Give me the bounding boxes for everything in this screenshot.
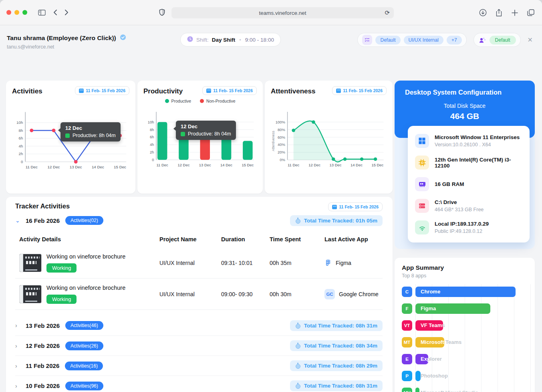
app-summary-card: App Summary Top 8 apps CChromeChromeFFig… bbox=[395, 258, 535, 392]
app-usage-row[interactable]: EExplorerExplorer bbox=[402, 354, 532, 364]
svg-text:Attentiveness: Attentiveness bbox=[271, 131, 275, 151]
tracker-group-12feb[interactable]: › 12 Feb 2026 Activities(26) Total Time … bbox=[15, 335, 383, 356]
close-panel-icon[interactable]: ✕ bbox=[528, 37, 533, 43]
tracker-group-10feb[interactable]: › 10 Feb 2026 Activities(96) Total Time … bbox=[15, 376, 383, 392]
config-item-os: Microsoft Window 11 Enterprises Version:… bbox=[415, 134, 522, 148]
app-usage-row[interactable]: FFigmaFigma bbox=[402, 303, 532, 314]
activity-thumbnail[interactable] bbox=[19, 285, 42, 303]
chevron-right-icon[interactable]: › bbox=[15, 322, 20, 329]
page-header: Tanu shrama (Employee (Zero Click)) tanu… bbox=[0, 30, 542, 53]
app-usage-bar: Chrome bbox=[415, 287, 516, 297]
col-time-spent: Time Spent bbox=[270, 236, 324, 242]
close-window-button[interactable] bbox=[6, 10, 11, 15]
clock-icon bbox=[187, 36, 193, 44]
windows-icon bbox=[415, 134, 429, 148]
project-badge-default[interactable]: Default bbox=[375, 36, 400, 44]
activities-count-badge[interactable]: Activities(16) bbox=[65, 362, 103, 370]
projects-pill[interactable]: Default UI/UX Internal +7 bbox=[357, 33, 466, 47]
svg-text:13 Dec: 13 Dec bbox=[70, 165, 82, 169]
svg-text:15 Dec: 15 Dec bbox=[114, 165, 126, 169]
svg-text:8h: 8h bbox=[18, 128, 23, 133]
activity-row[interactable]: Working on vineforce brochure Working UI… bbox=[15, 247, 383, 279]
productivity-title: Productivity bbox=[143, 86, 183, 95]
disk-space-label: Total Disk Space bbox=[405, 103, 524, 109]
app-usage-row[interactable]: MVMicrosoft Visual StudioMicrosoft Visua… bbox=[402, 388, 532, 392]
share-icon[interactable] bbox=[493, 7, 504, 18]
project-badge-uiux[interactable]: UI/UX Internal bbox=[404, 36, 443, 44]
shift-time: 9:00 - 18:00 bbox=[245, 37, 274, 43]
time-spent: 00h 30m bbox=[270, 291, 324, 297]
activities-count-badge[interactable]: Activities(46) bbox=[65, 321, 103, 330]
col-project-name: Project Name bbox=[159, 236, 221, 242]
tracker-group-16feb[interactable]: ⌄ 16 Feb 2026 Activities(02) Total Time … bbox=[15, 211, 383, 230]
team-badge-default[interactable]: Default bbox=[490, 36, 516, 44]
attentiveness-title: Attentiveness bbox=[271, 86, 315, 95]
verified-badge-icon bbox=[120, 34, 126, 42]
reload-icon[interactable]: ⟳ bbox=[385, 9, 390, 16]
app-summary-title: App Summary bbox=[402, 264, 532, 271]
svg-text:0: 0 bbox=[21, 160, 23, 164]
disk-space-value: 464 GB bbox=[405, 111, 524, 121]
app-usage-bar: Photoshop bbox=[415, 371, 421, 381]
stopwatch-icon bbox=[295, 363, 301, 369]
app-abbr-chip: E bbox=[402, 354, 412, 364]
tab-overview-icon[interactable] bbox=[525, 7, 536, 18]
back-icon[interactable] bbox=[50, 7, 61, 18]
checklist-icon bbox=[362, 35, 372, 45]
app-usage-row[interactable]: PPhotoshopPhotoshop bbox=[402, 371, 532, 381]
window-controls bbox=[6, 10, 27, 15]
productivity-date-range[interactable]: 11 Feb- 15 Feb 2026 bbox=[202, 86, 257, 95]
nonproductive-legend-dot bbox=[200, 99, 204, 103]
team-pill[interactable]: Default bbox=[473, 33, 521, 47]
zoom-window-button[interactable] bbox=[22, 10, 27, 15]
project-name: UI/UX Internal bbox=[159, 260, 221, 266]
tracker-group-11feb[interactable]: › 11 Feb 2026 Activities(16) Total Time … bbox=[15, 356, 383, 376]
svg-text:6h: 6h bbox=[150, 135, 154, 139]
sidebar-toggle-icon[interactable] bbox=[36, 7, 47, 18]
time-spent: 00h 35m bbox=[270, 260, 324, 266]
svg-text:4h: 4h bbox=[18, 144, 23, 148]
stopwatch-icon bbox=[295, 343, 301, 349]
new-tab-icon[interactable] bbox=[509, 7, 520, 18]
svg-text:12 Dec: 12 Dec bbox=[178, 163, 190, 167]
app-usage-bar: Microsoft Visual Studio bbox=[415, 388, 419, 392]
svg-text:2h: 2h bbox=[150, 150, 154, 154]
activities-date-range[interactable]: 11 Feb- 15 Feb 2026 bbox=[75, 86, 129, 95]
app-usage-row[interactable]: VTVF TeamsVF Teams bbox=[402, 320, 532, 331]
browser-window: teams.vineforce.net ⟳ Tanu shrama (Emplo bbox=[0, 0, 542, 392]
attentiveness-area-chart: Attentiveness0%20%40%60%80%100%11 Dec12 … bbox=[271, 105, 387, 172]
project-badge-more[interactable]: +7 bbox=[447, 36, 462, 44]
hard-drive-icon bbox=[415, 199, 429, 213]
svg-text:13 Dec: 13 Dec bbox=[199, 163, 211, 167]
attentiveness-date-range[interactable]: 11 Feb- 15 Feb 2026 bbox=[332, 86, 387, 95]
chevron-right-icon[interactable]: › bbox=[15, 363, 20, 369]
calendar-icon bbox=[206, 89, 211, 93]
chevron-down-icon[interactable]: ⌄ bbox=[15, 217, 20, 224]
downloads-icon[interactable] bbox=[477, 7, 488, 18]
forward-icon[interactable] bbox=[61, 7, 72, 18]
activities-count-badge[interactable]: Activities(02) bbox=[65, 216, 103, 225]
config-item-network: Local IP:189.137.0.29 Public IP:49.128.0… bbox=[415, 220, 522, 234]
config-item-drive: C:\ Drive 464 GB* 313 GB Free bbox=[415, 199, 522, 213]
tracker-group-13feb[interactable]: › 13 Feb 2026 Activities(46) Total Time … bbox=[15, 315, 383, 335]
total-time-badge: Total Time Tracked: 01h 05m bbox=[290, 215, 383, 226]
svg-text:12 Dec: 12 Dec bbox=[308, 163, 320, 167]
chevron-right-icon[interactable]: › bbox=[15, 383, 20, 389]
tracker-date-range[interactable]: 11 Feb- 15 Feb 2026 bbox=[328, 202, 383, 211]
svg-text:14 Dec: 14 Dec bbox=[220, 163, 232, 167]
total-time-badge: Total Time Tracked: 08h 31m bbox=[290, 320, 383, 331]
minimize-window-button[interactable] bbox=[14, 10, 19, 15]
app-usage-row[interactable]: CChromeChrome bbox=[402, 287, 532, 297]
activities-count-badge[interactable]: Activities(26) bbox=[65, 341, 103, 350]
address-bar[interactable]: teams.vineforce.net ⟳ bbox=[171, 7, 394, 18]
config-item-ram: 16 GB RAM bbox=[415, 177, 522, 191]
activity-thumbnail[interactable] bbox=[19, 254, 42, 272]
activities-count-badge[interactable]: Activities(96) bbox=[65, 382, 103, 390]
chevron-right-icon[interactable]: › bbox=[15, 343, 20, 349]
svg-text:40%: 40% bbox=[278, 142, 285, 147]
privacy-shield-icon[interactable] bbox=[156, 7, 167, 18]
app-usage-row[interactable]: MTMicrosoft TeamsMicrosoft Teams bbox=[402, 337, 532, 348]
activity-row[interactable]: Working on vineforce brochure Working UI… bbox=[15, 279, 383, 310]
duration: 09:31- 10:01 bbox=[221, 260, 270, 266]
total-time-badge: Total Time Tracked: 08h 34m bbox=[290, 340, 383, 351]
